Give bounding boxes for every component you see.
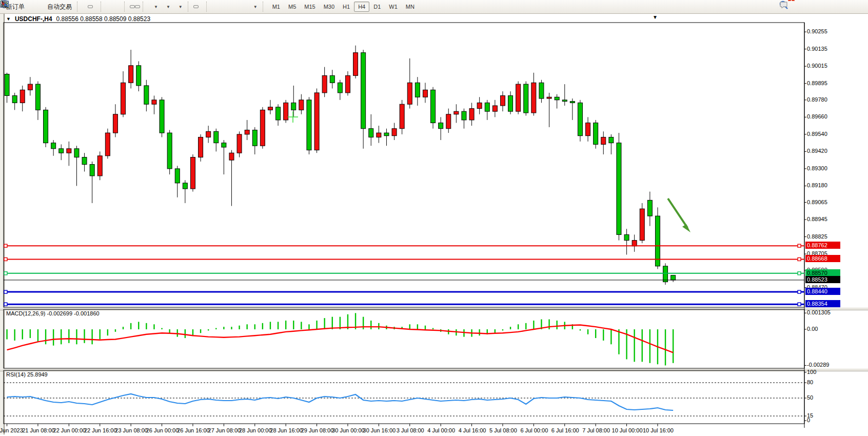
price-tick-label: 0.88825 xyxy=(807,233,827,240)
plus-marker-annotation[interactable] xyxy=(288,111,298,123)
bar-chart-button[interactable] xyxy=(83,5,88,8)
rsi-tick-label: 50 xyxy=(807,394,813,401)
macd-tick-label: 0.001305 xyxy=(807,309,831,315)
chevron-down-icon: ▼ xyxy=(253,5,258,9)
notification-badge: 1 xyxy=(787,0,795,2)
timeframe-button-d1[interactable]: D1 xyxy=(369,2,385,12)
chevron-down-icon: ▼ xyxy=(179,5,183,9)
hline-handle[interactable] xyxy=(4,244,7,247)
time-tick-label: 29 Jun 08:00 xyxy=(301,427,334,433)
vertical-line-button[interactable] xyxy=(212,5,217,8)
crosshair-button[interactable] xyxy=(199,5,204,8)
autotrading-label: 自动交易 xyxy=(47,3,72,11)
horizontal-line-button[interactable] xyxy=(217,5,222,8)
cursor-button[interactable] xyxy=(193,5,199,8)
time-tick-label: 4 Jul 16:00 xyxy=(459,427,486,433)
market-depth-button[interactable] xyxy=(32,5,37,8)
timeframe-button-h4[interactable]: H4 xyxy=(354,2,369,12)
zoom-out-button[interactable] xyxy=(111,5,116,8)
price-tick-label: 0.89780 xyxy=(807,96,827,103)
trendline-button[interactable] xyxy=(222,5,227,8)
mt4-application: 新订单 自动交易 xyxy=(0,0,868,436)
panel-frame-1 xyxy=(4,309,804,368)
toolbar-separator xyxy=(206,2,209,12)
candlestick-chart-button[interactable] xyxy=(88,5,93,8)
panel-frame-2 xyxy=(4,370,804,424)
time-tick-label: 6 Jul 16:00 xyxy=(551,427,579,433)
toolbar-separator xyxy=(143,2,146,12)
chart-shift-button[interactable] xyxy=(135,5,140,8)
timeframe-button-m1[interactable]: M1 xyxy=(268,2,284,12)
fibonacci-button[interactable]: F xyxy=(232,5,238,8)
broadcast-button[interactable] xyxy=(37,5,43,8)
gold-ingot-button[interactable] xyxy=(27,5,32,8)
timeframe-button-m30[interactable]: M30 xyxy=(320,2,339,12)
chevron-down-icon: ▼ xyxy=(154,5,158,9)
hline-handle[interactable] xyxy=(798,303,801,306)
hline-handle[interactable] xyxy=(798,290,801,293)
chart-window: ▼ USDCHF-,H4 0.88556 0.88558 0.88509 0.8… xyxy=(0,14,868,436)
add-template-button[interactable]: ▼ xyxy=(148,3,161,11)
time-tick-label: 3 Jul 08:00 xyxy=(397,427,424,433)
main-toolbar: 新订单 自动交易 xyxy=(0,0,868,14)
price-tick-label: 0.90135 xyxy=(807,46,827,52)
time-tick-label: 27 Jun 08:00 xyxy=(208,427,241,433)
time-tick-label: 7 Jul 08:00 xyxy=(582,427,610,433)
toolbar-separator xyxy=(188,2,191,12)
hline-handle[interactable] xyxy=(798,244,801,247)
rsi-tick-label: 0 xyxy=(807,417,810,423)
timeframe-button-m5[interactable]: M5 xyxy=(284,2,300,12)
time-tick-label: 28 Jun 16:00 xyxy=(270,427,303,433)
hline-handle[interactable] xyxy=(798,257,801,261)
rsi-line xyxy=(7,394,674,410)
price-chart-canvas[interactable] xyxy=(0,14,868,436)
channel-button[interactable]: E xyxy=(227,5,232,8)
arrows-button[interactable]: ▼ xyxy=(248,3,260,11)
time-tick-label: 10 Jul 00:00 xyxy=(612,427,643,433)
price-tag-blue: 0.88354 xyxy=(805,300,840,307)
macd-tick-label: -0.00289 xyxy=(807,362,829,368)
periods-button[interactable]: ▼ xyxy=(161,3,173,11)
timeframe-button-mn[interactable]: MN xyxy=(402,2,419,12)
price-tag-black: 0.88523 xyxy=(805,276,840,283)
hline-handle[interactable] xyxy=(4,303,7,306)
time-tick-label: 26 Jun 16:00 xyxy=(177,427,210,433)
price-tag-blue: 0.88440 xyxy=(805,288,840,295)
rsi-tick-label: 80 xyxy=(807,379,813,385)
price-tick-label: 0.89180 xyxy=(807,182,827,188)
price-tick-label: 0.89895 xyxy=(807,80,827,86)
timeframe-button-m15[interactable]: M15 xyxy=(300,2,319,12)
macd-indicator-label: MACD(12,26,9) -0.002699 -0.001860 xyxy=(6,310,100,316)
candle-wicks xyxy=(7,46,674,285)
price-tick-label: 0.89300 xyxy=(807,165,827,171)
price-tick-label: 0.88945 xyxy=(807,216,827,222)
time-tick-label: 22 Jun 16:00 xyxy=(84,427,117,433)
time-tick-label: 23 Jun 08:00 xyxy=(115,427,148,433)
zoom-in-button[interactable] xyxy=(106,5,111,8)
hline-handle[interactable] xyxy=(4,272,7,275)
time-tick-label: 10 Jul 16:00 xyxy=(643,427,674,433)
down-arrow-annotation[interactable] xyxy=(668,199,691,232)
hline-handle[interactable] xyxy=(4,257,7,261)
line-chart-button[interactable] xyxy=(93,5,98,8)
price-tick-label: 0.89660 xyxy=(807,113,827,120)
timeframe-toolbar: M1M5M15M30H1H4D1W1MN xyxy=(267,0,420,13)
time-ticks xyxy=(7,424,658,426)
time-tick-label: 26 Jun 00:00 xyxy=(146,427,179,433)
price-tag-green: 0.88570 xyxy=(805,269,840,276)
autotrading-button[interactable]: 自动交易 xyxy=(43,1,74,13)
text-button[interactable]: A xyxy=(238,5,243,8)
tile-windows-button[interactable] xyxy=(116,5,122,8)
autoscroll-button[interactable] xyxy=(130,5,135,8)
hline-handle[interactable] xyxy=(4,290,7,293)
time-tick-label: 4 Jul 00:00 xyxy=(427,427,455,433)
toolbar-separator xyxy=(101,2,104,12)
timeframe-button-h1[interactable]: H1 xyxy=(339,2,354,12)
hline-handle[interactable] xyxy=(798,272,801,275)
timeframe-button-w1[interactable]: W1 xyxy=(385,2,402,12)
price-tick-label: 0.90015 xyxy=(807,63,827,69)
text-label-button[interactable]: T xyxy=(243,5,248,8)
price-tag-red: 0.88762 xyxy=(805,242,840,249)
chart-profile-button[interactable]: ▼ xyxy=(173,3,185,11)
time-tick-label: 22 Jun 00:00 xyxy=(53,427,86,433)
